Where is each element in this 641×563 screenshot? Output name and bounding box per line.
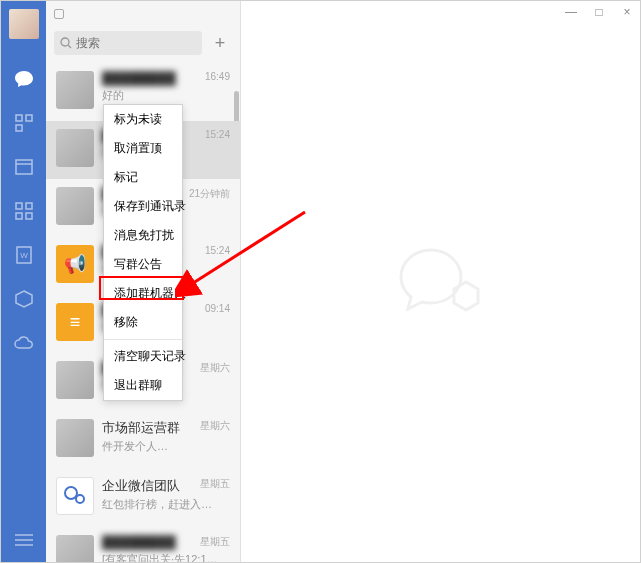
svg-rect-2 — [16, 125, 22, 131]
svg-rect-0 — [16, 115, 22, 121]
context-menu-item[interactable]: 保存到通讯录 — [104, 192, 182, 221]
context-menu-item[interactable]: 写群公告 — [104, 250, 182, 279]
chat-preview: [有客官问出关·先12:1… — [102, 552, 230, 562]
left-sidebar: W — [1, 1, 46, 562]
context-menu-item[interactable]: 添加群机器人 — [104, 279, 182, 308]
svg-rect-1 — [26, 115, 32, 121]
search-icon — [60, 37, 72, 49]
chat-avatar — [56, 477, 94, 515]
context-menu-item[interactable]: 消息免打扰 — [104, 221, 182, 250]
nav-chat-icon[interactable] — [14, 69, 34, 89]
nav-contacts-icon[interactable] — [14, 113, 34, 133]
recent-icon[interactable] — [54, 9, 64, 19]
nav-box-icon[interactable] — [14, 289, 34, 309]
svg-point-17 — [61, 38, 69, 46]
svg-text:W: W — [20, 251, 28, 260]
context-menu-item[interactable]: 清空聊天记录 — [104, 342, 182, 371]
empty-placeholder — [241, 1, 640, 562]
nav-docs-icon[interactable]: W — [14, 245, 34, 265]
chat-preview: 红包排行榜，赶进入… — [102, 497, 230, 512]
svg-point-20 — [76, 495, 84, 503]
svg-marker-21 — [454, 282, 478, 310]
chat-placeholder-icon — [396, 242, 486, 322]
chat-time: 09:14 — [205, 303, 230, 314]
chat-avatar: 📢 — [56, 245, 94, 283]
window-controls: — □ × — [564, 5, 634, 19]
chat-time: 星期六 — [200, 361, 230, 375]
chat-avatar — [56, 129, 94, 167]
nav-cloud-icon[interactable] — [14, 333, 34, 353]
nav-apps-icon[interactable] — [14, 201, 34, 221]
chat-avatar: ≡ — [56, 303, 94, 341]
list-header — [46, 1, 240, 27]
svg-line-18 — [68, 45, 71, 48]
main-panel: — □ × — [241, 1, 640, 562]
chat-avatar — [56, 187, 94, 225]
svg-marker-13 — [16, 291, 32, 307]
new-chat-button[interactable]: + — [208, 31, 232, 55]
chat-item[interactable]: 企业微信团队红包排行榜，赶进入…星期五 — [46, 469, 240, 527]
svg-rect-10 — [26, 213, 32, 219]
chat-time: 星期六 — [200, 419, 230, 433]
chat-time: 21分钟前 — [189, 187, 230, 201]
search-input[interactable] — [76, 36, 196, 50]
chat-time: 星期五 — [200, 477, 230, 491]
context-menu-item[interactable]: 退出群聊 — [104, 371, 182, 400]
svg-point-19 — [65, 487, 77, 499]
chat-avatar — [56, 71, 94, 109]
chat-time: 星期五 — [200, 535, 230, 549]
minimize-button[interactable]: — — [564, 5, 578, 19]
chat-time: 15:24 — [205, 129, 230, 140]
search-input-wrap[interactable] — [54, 31, 202, 55]
chat-preview: 件开发个人… — [102, 439, 230, 454]
context-menu-item[interactable]: 取消置顶 — [104, 134, 182, 163]
chat-item[interactable]: ████████[有客官问出关·先12:1…星期五 — [46, 527, 240, 562]
context-menu: 标为未读取消置顶标记保存到通讯录消息免打扰写群公告添加群机器人移除清空聊天记录退… — [103, 104, 183, 401]
svg-rect-7 — [16, 203, 22, 209]
nav-calendar-icon[interactable] — [14, 157, 34, 177]
close-button[interactable]: × — [620, 5, 634, 19]
chat-avatar — [56, 535, 94, 562]
svg-rect-9 — [16, 213, 22, 219]
chat-item[interactable]: 市场部运营群件开发个人…星期六 — [46, 411, 240, 469]
svg-rect-3 — [16, 160, 32, 174]
svg-rect-8 — [26, 203, 32, 209]
chat-time: 16:49 — [205, 71, 230, 82]
maximize-button[interactable]: □ — [592, 5, 606, 19]
context-menu-item[interactable]: 标为未读 — [104, 105, 182, 134]
chat-avatar — [56, 419, 94, 457]
chat-avatar — [56, 361, 94, 399]
context-menu-item[interactable]: 标记 — [104, 163, 182, 192]
user-avatar[interactable] — [9, 9, 39, 39]
chat-preview: 好的 — [102, 88, 230, 103]
nav-menu-icon[interactable] — [14, 530, 34, 550]
context-menu-separator — [104, 339, 182, 340]
context-menu-item[interactable]: 移除 — [104, 308, 182, 337]
chat-time: 15:24 — [205, 245, 230, 256]
